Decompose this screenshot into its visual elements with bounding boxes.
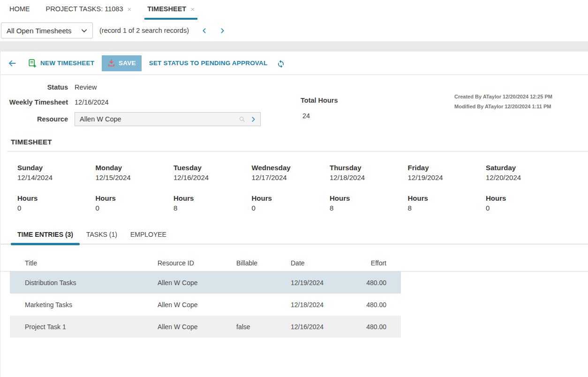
tab-tasks[interactable]: TASKS (1) [80,231,124,244]
hours-value: 8 [408,204,486,212]
hours-label: Hours [252,194,330,202]
new-document-icon [28,59,37,68]
column-header-billable[interactable]: Billable [229,259,284,267]
grid-header-row: Title Resource ID Billable Date Effort [0,255,588,271]
record-toolbar: NEW TIMESHEET SAVE SET STATUS TO PENDING… [0,52,588,75]
hours-value: 0 [17,204,96,212]
resource-field-value: Allen W Cope [80,115,239,123]
day-name: Saturday [486,164,564,172]
tab-timesheet-label: TIMESHEET [147,5,186,13]
save-label: SAVE [119,60,136,67]
day-date: 12/15/2024 [96,173,174,181]
new-timesheet-label: NEW TIMESHEET [40,60,94,67]
tab-home[interactable]: HOME [7,0,33,20]
tab-time-entries[interactable]: TIME ENTRIES (3) [11,231,80,244]
arrow-left-icon [7,63,17,70]
cell-date: 12/16/2024 [284,323,338,331]
table-row[interactable]: Distribution Tasks Allen W Cope 12/19/20… [10,271,401,294]
resource-lookup-chevron-icon[interactable] [250,116,256,122]
day-name: Tuesday [173,164,252,172]
day-date: 12/18/2024 [330,173,408,181]
search-icon [239,116,246,123]
column-header-effort[interactable]: Effort [338,259,401,267]
close-icon[interactable]: × [190,5,195,13]
created-by-text: Created By ATaylor 12/20/2024 12:25 PM [454,92,552,102]
table-row[interactable]: Project Task 1 Allen W Cope false 12/16/… [10,316,401,338]
record-nav-bar: All Open Timesheets (record 1 of 2 searc… [0,20,588,41]
detail-tab-strip: TIME ENTRIES (3) TASKS (1) EMPLOYEE [0,231,588,244]
resource-row: Resource Allen W Cope [0,112,588,127]
hours-label: Hours [17,194,96,202]
chevron-down-icon [81,27,88,34]
audit-info: Created By ATaylor 12/20/2024 12:25 PM M… [454,92,552,112]
filter-dropdown[interactable]: All Open Timesheets [1,23,93,38]
tab-home-label: HOME [9,5,30,13]
hours-value: 8 [330,204,408,212]
time-entries-grid: Title Resource ID Billable Date Effort D… [0,255,588,338]
refresh-button[interactable] [277,59,285,68]
hours-value: 0 [252,204,330,212]
cell-date: 12/19/2024 [284,279,338,287]
tab-project-tasks[interactable]: PROJECT TASKS: 11083 × [43,0,135,20]
day-date: 12/17/2024 [252,173,330,181]
status-label: Status [0,83,75,91]
day-name: Wednesday [252,164,330,172]
weekly-timesheet-label: Weekly Timesheet [0,98,75,106]
cell-title: Project Task 1 [10,323,151,331]
cell-effort: 480.00 [338,301,401,309]
day-name: Friday [408,164,486,172]
table-row[interactable]: Marketing Tasks Allen W Cope 12/18/2024 … [10,294,401,316]
tab-employee[interactable]: EMPLOYEE [124,231,173,244]
week-days-grid: Sunday 12/14/2024 Hours 0 Monday 12/15/2… [0,151,588,212]
day-column-saturday: Saturday 12/20/2024 Hours 0 [486,164,564,212]
day-column-wednesday: Wednesday 12/17/2024 Hours 0 [252,164,330,212]
hours-label: Hours [173,194,252,202]
hours-value: 8 [173,204,252,212]
resource-field[interactable]: Allen W Cope [75,112,261,126]
hours-label: Hours [408,194,486,202]
column-header-date[interactable]: Date [284,259,338,267]
day-column-sunday: Sunday 12/14/2024 Hours 0 [17,164,96,212]
close-icon[interactable]: × [127,5,131,13]
weekly-timesheet-value: 12/16/2024 [75,98,109,106]
new-timesheet-button[interactable]: NEW TIMESHEET [28,59,94,68]
tab-timesheet[interactable]: TIMESHEET × [144,0,197,20]
set-status-pending-approval-button[interactable]: SET STATUS TO PENDING APPROVAL [149,60,268,67]
prev-record-button[interactable] [201,28,207,34]
hours-value: 0 [96,204,174,212]
refresh-icon [277,62,285,69]
resource-label: Resource [0,115,75,123]
day-date: 12/19/2024 [408,173,486,181]
summary-form: Status Review Weekly Timesheet 12/16/202… [0,75,588,133]
total-hours-label: Total Hours [301,97,338,104]
day-date: 12/14/2024 [17,173,96,181]
day-column-friday: Friday 12/19/2024 Hours 8 [408,164,486,212]
hours-value: 0 [486,204,564,212]
tab-project-tasks-label: PROJECT TASKS: 11083 [46,5,123,13]
hours-label: Hours [96,194,174,202]
day-column-tuesday: Tuesday 12/16/2024 Hours 8 [173,164,252,212]
status-value: Review [75,83,97,91]
record-count-status: (record 1 of 2 search records) [99,27,189,34]
day-name: Thursday [330,164,408,172]
window-tab-bar: HOME PROJECT TASKS: 11083 × TIMESHEET × [0,0,588,20]
chevron-left-icon [201,28,207,35]
cell-resource: Allen W Cope [151,323,229,331]
cell-title: Distribution Tasks [10,279,151,287]
column-header-resource[interactable]: Resource ID [151,259,229,267]
hours-label: Hours [486,194,564,202]
back-button[interactable] [7,58,17,68]
day-column-thursday: Thursday 12/18/2024 Hours 8 [330,164,408,212]
column-header-title[interactable]: Title [10,259,151,267]
day-name: Monday [96,164,174,172]
next-record-button[interactable] [219,28,226,34]
set-status-label: SET STATUS TO PENDING APPROVAL [149,60,268,67]
save-button[interactable]: SAVE [102,55,142,71]
cell-title: Marketing Tasks [10,301,151,309]
hours-label: Hours [330,194,408,202]
cell-date: 12/18/2024 [284,301,338,309]
cell-billable: false [229,323,284,331]
day-date: 12/20/2024 [486,173,564,181]
filter-dropdown-value: All Open Timesheets [7,27,71,35]
timesheet-panel: NEW TIMESHEET SAVE SET STATUS TO PENDING… [0,52,588,377]
